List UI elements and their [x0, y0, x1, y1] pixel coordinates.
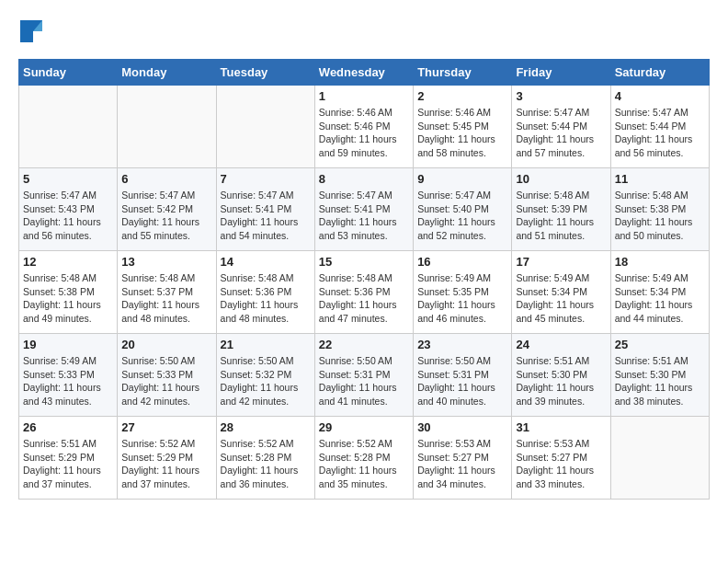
day-info: Sunrise: 5:51 AM Sunset: 5:29 PM Dayligh…: [23, 437, 113, 491]
day-number: 17: [516, 255, 606, 269]
day-info: Sunrise: 5:50 AM Sunset: 5:32 PM Dayligh…: [221, 354, 311, 408]
day-number: 24: [516, 338, 606, 351]
logo: [18, 18, 46, 44]
day-number: 23: [417, 338, 507, 351]
day-info: Sunrise: 5:48 AM Sunset: 5:38 PM Dayligh…: [615, 189, 705, 243]
calendar-cell: [216, 86, 314, 168]
svg-rect-0: [20, 20, 33, 42]
calendar-cell: 8Sunrise: 5:47 AM Sunset: 5:41 PM Daylig…: [314, 168, 413, 251]
calendar-cell: 31Sunrise: 5:53 AM Sunset: 5:27 PM Dayli…: [512, 417, 610, 500]
calendar-week-row: 26Sunrise: 5:51 AM Sunset: 5:29 PM Dayli…: [19, 417, 710, 500]
day-number: 5: [23, 172, 113, 186]
day-number: 10: [516, 172, 606, 186]
calendar-cell: 11Sunrise: 5:48 AM Sunset: 5:38 PM Dayli…: [610, 168, 709, 251]
calendar-cell: 14Sunrise: 5:48 AM Sunset: 5:36 PM Dayli…: [216, 251, 314, 334]
calendar-cell: 4Sunrise: 5:47 AM Sunset: 5:44 PM Daylig…: [610, 86, 709, 168]
day-info: Sunrise: 5:47 AM Sunset: 5:44 PM Dayligh…: [516, 106, 606, 160]
day-number: 20: [121, 338, 211, 351]
day-info: Sunrise: 5:46 AM Sunset: 5:45 PM Dayligh…: [417, 106, 507, 160]
day-info: Sunrise: 5:49 AM Sunset: 5:33 PM Dayligh…: [23, 354, 113, 408]
weekday-header: Tuesday: [216, 60, 314, 86]
calendar-cell: 29Sunrise: 5:52 AM Sunset: 5:28 PM Dayli…: [314, 417, 413, 500]
day-info: Sunrise: 5:49 AM Sunset: 5:35 PM Dayligh…: [417, 271, 507, 326]
day-number: 12: [23, 255, 113, 269]
day-number: 31: [516, 420, 606, 434]
weekday-header: Sunday: [19, 60, 118, 86]
calendar-cell: 18Sunrise: 5:49 AM Sunset: 5:34 PM Dayli…: [610, 251, 709, 334]
day-info: Sunrise: 5:46 AM Sunset: 5:46 PM Dayligh…: [319, 106, 409, 160]
day-number: 29: [319, 420, 409, 434]
calendar-week-row: 19Sunrise: 5:49 AM Sunset: 5:33 PM Dayli…: [19, 334, 710, 417]
weekday-header: Saturday: [610, 60, 709, 86]
day-info: Sunrise: 5:47 AM Sunset: 5:44 PM Dayligh…: [615, 106, 705, 160]
day-number: 1: [319, 89, 409, 103]
calendar-cell: 16Sunrise: 5:49 AM Sunset: 5:35 PM Dayli…: [414, 251, 512, 334]
day-number: 2: [417, 89, 507, 103]
calendar-cell: [610, 417, 709, 500]
day-number: 18: [615, 255, 705, 269]
calendar-cell: 5Sunrise: 5:47 AM Sunset: 5:43 PM Daylig…: [19, 168, 118, 251]
day-info: Sunrise: 5:47 AM Sunset: 5:43 PM Dayligh…: [23, 189, 113, 243]
day-info: Sunrise: 5:53 AM Sunset: 5:27 PM Dayligh…: [516, 437, 606, 491]
day-number: 3: [516, 89, 606, 103]
day-number: 25: [615, 338, 705, 351]
day-info: Sunrise: 5:48 AM Sunset: 5:36 PM Dayligh…: [319, 271, 409, 326]
calendar-cell: 20Sunrise: 5:50 AM Sunset: 5:33 PM Dayli…: [118, 334, 216, 417]
day-info: Sunrise: 5:52 AM Sunset: 5:29 PM Dayligh…: [121, 437, 211, 491]
calendar-cell: 25Sunrise: 5:51 AM Sunset: 5:30 PM Dayli…: [610, 334, 709, 417]
calendar-cell: 2Sunrise: 5:46 AM Sunset: 5:45 PM Daylig…: [414, 86, 512, 168]
calendar-week-row: 12Sunrise: 5:48 AM Sunset: 5:38 PM Dayli…: [19, 251, 710, 334]
day-info: Sunrise: 5:51 AM Sunset: 5:30 PM Dayligh…: [615, 354, 705, 408]
day-info: Sunrise: 5:49 AM Sunset: 5:34 PM Dayligh…: [516, 271, 606, 326]
day-number: 6: [121, 172, 211, 186]
calendar-cell: 27Sunrise: 5:52 AM Sunset: 5:29 PM Dayli…: [118, 417, 216, 500]
day-number: 19: [23, 338, 113, 351]
day-number: 9: [417, 172, 507, 186]
day-info: Sunrise: 5:48 AM Sunset: 5:39 PM Dayligh…: [516, 189, 606, 243]
day-info: Sunrise: 5:53 AM Sunset: 5:27 PM Dayligh…: [417, 437, 507, 491]
calendar-cell: 21Sunrise: 5:50 AM Sunset: 5:32 PM Dayli…: [216, 334, 314, 417]
calendar-cell: 26Sunrise: 5:51 AM Sunset: 5:29 PM Dayli…: [19, 417, 118, 500]
calendar-cell: 23Sunrise: 5:50 AM Sunset: 5:31 PM Dayli…: [414, 334, 512, 417]
day-info: Sunrise: 5:52 AM Sunset: 5:28 PM Dayligh…: [319, 437, 409, 491]
day-number: 13: [121, 255, 211, 269]
calendar-cell: 15Sunrise: 5:48 AM Sunset: 5:36 PM Dayli…: [314, 251, 413, 334]
day-info: Sunrise: 5:48 AM Sunset: 5:36 PM Dayligh…: [221, 271, 311, 326]
calendar-header-row: SundayMondayTuesdayWednesdayThursdayFrid…: [19, 60, 710, 86]
calendar-cell: 12Sunrise: 5:48 AM Sunset: 5:38 PM Dayli…: [19, 251, 118, 334]
day-info: Sunrise: 5:48 AM Sunset: 5:38 PM Dayligh…: [23, 271, 113, 326]
calendar-cell: 24Sunrise: 5:51 AM Sunset: 5:30 PM Dayli…: [512, 334, 610, 417]
weekday-header: Friday: [512, 60, 610, 86]
day-info: Sunrise: 5:47 AM Sunset: 5:41 PM Dayligh…: [221, 189, 311, 243]
day-number: 14: [221, 255, 311, 269]
logo-icon: [18, 18, 44, 44]
calendar-cell: 19Sunrise: 5:49 AM Sunset: 5:33 PM Dayli…: [19, 334, 118, 417]
calendar-cell: 28Sunrise: 5:52 AM Sunset: 5:28 PM Dayli…: [216, 417, 314, 500]
day-number: 15: [319, 255, 409, 269]
day-info: Sunrise: 5:47 AM Sunset: 5:42 PM Dayligh…: [121, 189, 211, 243]
day-number: 26: [23, 420, 113, 434]
day-number: 28: [221, 420, 311, 434]
calendar-cell: 17Sunrise: 5:49 AM Sunset: 5:34 PM Dayli…: [512, 251, 610, 334]
day-info: Sunrise: 5:47 AM Sunset: 5:40 PM Dayligh…: [417, 189, 507, 243]
calendar-cell: 3Sunrise: 5:47 AM Sunset: 5:44 PM Daylig…: [512, 86, 610, 168]
day-number: 27: [121, 420, 211, 434]
day-number: 22: [319, 338, 409, 351]
page-header: [18, 18, 710, 44]
calendar-cell: 1Sunrise: 5:46 AM Sunset: 5:46 PM Daylig…: [314, 86, 413, 168]
day-number: 7: [221, 172, 311, 186]
day-number: 21: [221, 338, 311, 351]
day-number: 30: [417, 420, 507, 434]
day-number: 16: [417, 255, 507, 269]
day-number: 11: [615, 172, 705, 186]
calendar-week-row: 1Sunrise: 5:46 AM Sunset: 5:46 PM Daylig…: [19, 86, 710, 168]
calendar-cell: 22Sunrise: 5:50 AM Sunset: 5:31 PM Dayli…: [314, 334, 413, 417]
day-info: Sunrise: 5:50 AM Sunset: 5:31 PM Dayligh…: [417, 354, 507, 408]
calendar-cell: 30Sunrise: 5:53 AM Sunset: 5:27 PM Dayli…: [414, 417, 512, 500]
day-number: 8: [319, 172, 409, 186]
day-info: Sunrise: 5:49 AM Sunset: 5:34 PM Dayligh…: [615, 271, 705, 326]
calendar-cell: 9Sunrise: 5:47 AM Sunset: 5:40 PM Daylig…: [414, 168, 512, 251]
day-number: 4: [615, 89, 705, 103]
calendar-cell: 10Sunrise: 5:48 AM Sunset: 5:39 PM Dayli…: [512, 168, 610, 251]
calendar-week-row: 5Sunrise: 5:47 AM Sunset: 5:43 PM Daylig…: [19, 168, 710, 251]
